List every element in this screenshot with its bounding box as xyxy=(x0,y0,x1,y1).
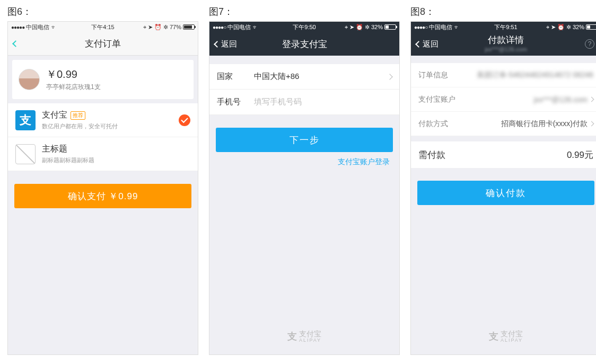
method-title: 支付宝 xyxy=(42,110,67,121)
payment-method-other[interactable]: 主标题 副标题副标题副标题 xyxy=(8,137,198,171)
country-row[interactable]: 国家 中国大陆+86 xyxy=(209,64,399,90)
phone-placeholder: 填写手机号码 xyxy=(254,97,302,107)
method-subtitle: 数亿用户都在用，安全可托付 xyxy=(42,122,118,130)
back-button[interactable]: 返回 xyxy=(215,39,237,49)
payment-method-alipay[interactable]: 支 支付宝推荐 数亿用户都在用，安全可托付 xyxy=(8,103,198,137)
chevron-right-icon xyxy=(589,97,594,102)
placeholder-icon xyxy=(15,144,36,164)
alipay-icon: 支 xyxy=(15,110,36,130)
nav-bar: 支付订单 xyxy=(8,32,198,56)
order-info-value: 美团订单-546244824914672 08246 xyxy=(477,70,593,80)
phone-screen-7: ●●●●○中国电信ᯤ 下午9:50 ⌖➤⏰✲32% 返回 登录支付宝 国家 中国… xyxy=(209,21,400,355)
alipay-brand: 支 支付宝ALIPAY xyxy=(287,330,321,343)
page-title: 支付订单 xyxy=(85,38,121,50)
country-label: 国家 xyxy=(217,72,254,82)
order-info-row: 订单信息 美团订单-546244824914672 08246 xyxy=(411,63,596,87)
selected-check-icon xyxy=(179,114,190,126)
nav-bar: 返回 登录支付宝 xyxy=(209,32,399,56)
total-row: 需付款 0.99元 xyxy=(411,141,596,168)
country-value: 中国大陆+86 xyxy=(254,72,299,82)
phone-screen-6: ●●●●●中国电信ᯤ 下午4:15 ⌖➤⏰✲77% 支付订单 ￥0.99 亭亭鲜… xyxy=(7,21,198,355)
chevron-right-icon xyxy=(387,74,392,79)
figure-label-7: 图7： xyxy=(209,5,400,18)
figure-label-8: 图8： xyxy=(410,5,596,18)
recommend-badge: 推荐 xyxy=(71,111,85,120)
method-value: 招商银行信用卡(xxxx)付款 xyxy=(501,119,588,129)
account-row[interactable]: 支付宝账户 jxx***@126.com xyxy=(411,87,596,112)
method-row[interactable]: 付款方式 招商银行信用卡(xxxx)付款 xyxy=(411,112,596,136)
back-button[interactable] xyxy=(13,41,18,46)
order-desc: 亭亭鲜花店玫瑰1支 xyxy=(46,83,101,92)
alipay-brand: 支 支付宝ALIPAY xyxy=(489,330,523,343)
page-subtitle: jxx***@126.com xyxy=(485,46,527,53)
confirm-pay-button[interactable]: 确认付款 xyxy=(417,181,594,205)
order-summary: ￥0.99 亭亭鲜花店玫瑰1支 xyxy=(12,60,194,99)
status-bar: ●●●●○中国电信ᯤ 下午9:51 ⌖➤⏰✲32% xyxy=(411,22,596,32)
order-price: ￥0.99 xyxy=(46,67,101,82)
next-button[interactable]: 下一步 xyxy=(216,128,393,152)
shop-icon xyxy=(19,69,40,90)
status-bar: ●●●●●中国电信ᯤ 下午4:15 ⌖➤⏰✲77% xyxy=(8,22,198,32)
account-login-link[interactable]: 支付宝账户登录 xyxy=(209,157,399,167)
status-bar: ●●●●○中国电信ᯤ 下午9:50 ⌖➤⏰✲32% xyxy=(209,22,399,32)
confirm-pay-button[interactable]: 确认支付 ￥0.99 xyxy=(14,184,191,208)
nav-bar: 返回 付款详情 jxx***@126.com ? xyxy=(411,32,596,56)
back-button[interactable]: 返回 xyxy=(416,39,439,49)
phone-label: 手机号 xyxy=(217,97,254,107)
method-title: 主标题 xyxy=(42,144,67,155)
page-title: 登录支付宝 xyxy=(282,38,327,50)
chevron-left-icon xyxy=(415,41,422,48)
chevron-right-icon xyxy=(589,121,594,127)
phone-screen-8: ●●●●○中国电信ᯤ 下午9:51 ⌖➤⏰✲32% 返回 付款详情 jxx***… xyxy=(410,21,596,355)
chevron-left-icon xyxy=(214,41,221,48)
phone-row[interactable]: 手机号 填写手机号码 xyxy=(209,90,399,115)
method-subtitle: 副标题副标题副标题 xyxy=(42,156,94,164)
total-amount: 0.99元 xyxy=(567,149,593,161)
page-title: 付款详情 xyxy=(488,35,524,46)
figure-label-6: 图6： xyxy=(7,5,198,18)
chevron-left-icon xyxy=(12,40,19,47)
help-icon[interactable]: ? xyxy=(585,39,594,49)
